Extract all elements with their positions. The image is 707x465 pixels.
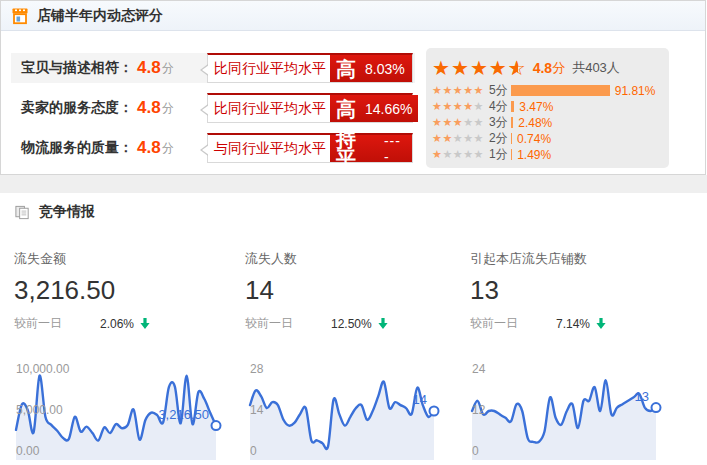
y-tick: 10,000.00 [16, 363, 69, 375]
last-point-marker [430, 407, 439, 416]
compare-text: 与同行业平均水平 [208, 135, 330, 162]
shop-rating-panel: 店铺半年内动态评分 宝贝与描述相符： 4.8 分 比同行业平均水平 高 8.03… [0, 0, 706, 175]
rating-row-service: 卖家的服务态度： 4.8 分 比同行业平均水平 高 14.66% [11, 93, 415, 123]
score-label: 1分 [489, 146, 508, 163]
metric-loss-people: 流失人数 14 [245, 250, 297, 306]
star-icon: ☆★ [508, 58, 527, 78]
rating-label: 卖家的服务态度： [21, 99, 133, 117]
distribution-rows: ★★★★★5分91.81%★★★★★4分3.47%★★★★★3分2.48%★★★… [432, 84, 663, 161]
compare-label: 较前一日 [14, 315, 100, 332]
metric-value: 13 [470, 275, 587, 306]
distribution-row: ★★★★★3分2.48% [432, 116, 663, 129]
y-tick: 5,000.00 [16, 404, 63, 416]
metric-loss-amount: 流失金额 3,216.50 [14, 250, 115, 306]
last-point-label: 3,216.50 [158, 407, 209, 422]
compare-result-badge: 高 8.03% [330, 55, 412, 82]
star-icon: ★ [432, 58, 451, 78]
rating-rows: 宝贝与描述相符： 4.8 分 比同行业平均水平 高 8.03% 卖家的服务态度：… [11, 53, 415, 173]
rating-score: 4.8 [137, 138, 161, 158]
rating-unit: 分 [162, 140, 174, 157]
y-tick: 0 [472, 445, 479, 457]
summary-stars-icon: ★★★★☆★ [432, 58, 527, 78]
line-chart: 13 [470, 356, 668, 465]
down-arrow-icon [596, 318, 606, 329]
distribution-row: ★★★★★4分3.47% [432, 100, 663, 113]
percent-label: 0.74% [517, 132, 551, 146]
summary-count: 共403人 [572, 59, 620, 77]
row-stars-icon: ★★★★★ [432, 149, 484, 160]
last-point-label: 14 [413, 392, 427, 407]
loss-amount-chart[interactable]: 10,000.00 5,000.00 0.00 3,216.50 [14, 356, 228, 465]
compare-text: 比同行业平均水平 [208, 55, 330, 82]
star-icon: ★ [489, 58, 508, 78]
y-tick: 28 [250, 363, 263, 375]
compare-text: 比同行业平均水平 [208, 95, 330, 122]
competition-header: 竞争情报 [14, 203, 95, 221]
summary-score: 4.8 [533, 60, 552, 76]
rating-row-logistics: 物流服务的质量： 4.8 分 与同行业平均水平 持平 ---- [11, 133, 415, 163]
y-tick: 0.00 [16, 445, 39, 457]
down-arrow-icon [378, 318, 388, 329]
row-stars-icon: ★★★★★ [432, 133, 484, 144]
distribution-row: ★★★★★5分91.81% [432, 84, 663, 97]
compare-prev-day: 较前一日 2.06% [14, 315, 150, 332]
rating-distribution-panel: ★★★★☆★ 4.8 分 共403人 ★★★★★5分91.81%★★★★★4分3… [426, 48, 669, 168]
score-label: 3分 [489, 114, 508, 131]
change-percent: 12.50% [331, 317, 372, 331]
loss-shops-chart[interactable]: 24 12 0 13 [470, 356, 668, 465]
percent-label: 2.48% [518, 116, 552, 130]
percent-bar [511, 133, 513, 144]
percent-bar [511, 85, 610, 96]
metric-label: 流失人数 [245, 250, 297, 268]
verdict-text: 高 [336, 59, 356, 79]
y-tick: 12 [472, 404, 485, 416]
section-title: 竞争情报 [39, 203, 95, 221]
rating-score: 4.8 [137, 58, 161, 78]
compare-prev-day: 较前一日 12.50% [245, 315, 388, 332]
percent-label: 3.47% [519, 100, 553, 114]
y-tick: 14 [250, 404, 263, 416]
metric-value: 3,216.50 [14, 275, 115, 306]
star-icon: ★ [470, 58, 489, 78]
compare-bubble: 比同行业平均水平 高 14.66% [207, 93, 413, 123]
change-percent: 7.14% [556, 317, 590, 331]
verdict-percent: 14.66% [365, 101, 412, 117]
section-divider [0, 175, 707, 193]
metric-loss-shops: 引起本店流失店铺数 13 [470, 250, 587, 306]
change-percent: 2.06% [100, 317, 134, 331]
row-stars-icon: ★★★★★ [432, 85, 484, 96]
metric-value: 14 [245, 275, 297, 306]
row-stars-icon: ★★★★★ [432, 117, 484, 128]
percent-bar [511, 101, 515, 112]
last-point-marker [652, 403, 661, 412]
loss-people-chart[interactable]: 28 14 0 14 [248, 356, 446, 465]
compare-result-badge: 持平 ---- [330, 135, 412, 162]
last-point-label: 13 [635, 389, 649, 404]
last-point-marker [212, 421, 221, 430]
metric-label: 引起本店流失店铺数 [470, 250, 587, 268]
verdict-text: 高 [336, 99, 356, 119]
distribution-row: ★★★★★2分0.74% [432, 132, 663, 145]
summary-unit: 分 [552, 59, 565, 77]
compare-label: 较前一日 [470, 315, 556, 332]
rating-unit: 分 [162, 60, 174, 77]
score-label: 5分 [489, 82, 508, 99]
percent-bar [511, 149, 513, 160]
y-tick: 24 [472, 363, 485, 375]
compare-bubble: 比同行业平均水平 高 8.03% [207, 53, 413, 83]
percent-bar [511, 117, 514, 128]
y-tick: 0 [250, 445, 257, 457]
distribution-row: ★★★★★1分1.49% [432, 148, 663, 161]
metric-label: 流失金额 [14, 250, 115, 268]
compare-prev-day: 较前一日 7.14% [470, 315, 606, 332]
competition-panel: 竞争情报 流失金额 3,216.50 流失人数 14 引起本店流失店铺数 13 … [0, 193, 707, 465]
compare-bubble: 与同行业平均水平 持平 ---- [207, 133, 413, 163]
compare-result-badge: 高 14.66% [330, 95, 418, 122]
shop-rating-header: 店铺半年内动态评分 [1, 1, 705, 31]
down-arrow-icon [140, 318, 150, 329]
rating-unit: 分 [162, 100, 174, 117]
verdict-dashes: ---- [384, 133, 406, 165]
rating-label: 物流服务的质量： [21, 139, 133, 157]
row-stars-icon: ★★★★★ [432, 101, 484, 112]
star-icon: ★ [451, 58, 470, 78]
